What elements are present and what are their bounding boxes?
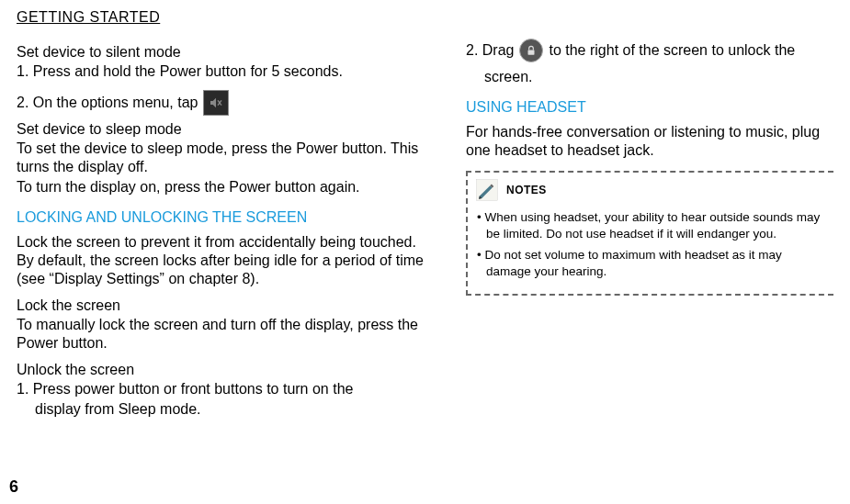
svg-rect-2: [528, 50, 535, 54]
headset-body: For hands-free conversation or listening…: [466, 123, 833, 160]
unlock-step-1: 1. Press power button or front buttons t…: [17, 380, 434, 398]
lock-section-heading: LOCKING AND UNLOCKING THE SCREEN: [17, 209, 434, 226]
note-item-2: Do not set volume to maximum with headse…: [475, 247, 824, 279]
unlock-step-1-cont: display from Sleep mode.: [17, 400, 434, 419]
sleep-body-2: To turn the display on, press the Power …: [17, 178, 434, 196]
unlock-step-2-prefix: 2. Drag: [466, 42, 514, 59]
lock-screen-heading: Lock the screen: [17, 297, 434, 314]
right-column: 2. Drag to the right of the screen to un…: [466, 39, 833, 420]
page-title: GETTING STARTED: [17, 9, 833, 26]
silent-mode-heading: Set device to silent mode: [17, 44, 434, 61]
lock-intro: Lock the screen to prevent it from accid…: [17, 233, 434, 288]
left-column: Set device to silent mode 1. Press and h…: [17, 39, 434, 420]
silent-mode-icon: [203, 90, 229, 116]
sleep-body-1: To set the device to sleep mode, press t…: [17, 140, 434, 176]
lock-screen-body: To manually lock the screen and turn off…: [17, 316, 434, 353]
lock-icon: [519, 39, 543, 62]
unlock-step-2: 2. Drag to the right of the screen to un…: [466, 39, 833, 62]
unlock-step-2-cont: screen.: [466, 68, 833, 86]
unlock-step-2-suffix: to the right of the screen to unlock the: [549, 42, 795, 59]
sleep-mode-heading: Set device to sleep mode: [17, 121, 434, 138]
silent-step-2-text: 2. On the options menu, tap: [17, 95, 198, 111]
silent-step-2: 2. On the options menu, tap: [17, 90, 434, 116]
page-number: 6: [9, 477, 18, 497]
headset-section-heading: USING HEADSET: [466, 99, 833, 116]
notes-title: NOTES: [506, 184, 547, 196]
notes-pencil-icon: [475, 178, 499, 202]
unlock-heading: Unlock the screen: [17, 362, 434, 378]
content-columns: Set device to silent mode 1. Press and h…: [17, 39, 833, 420]
notes-header: NOTES: [475, 178, 824, 202]
silent-step-1: 1. Press and hold the Power button for 5…: [17, 62, 434, 81]
note-item-1: When using headset, your ability to hear…: [475, 209, 824, 241]
notes-box: NOTES When using headset, your ability t…: [466, 171, 833, 296]
